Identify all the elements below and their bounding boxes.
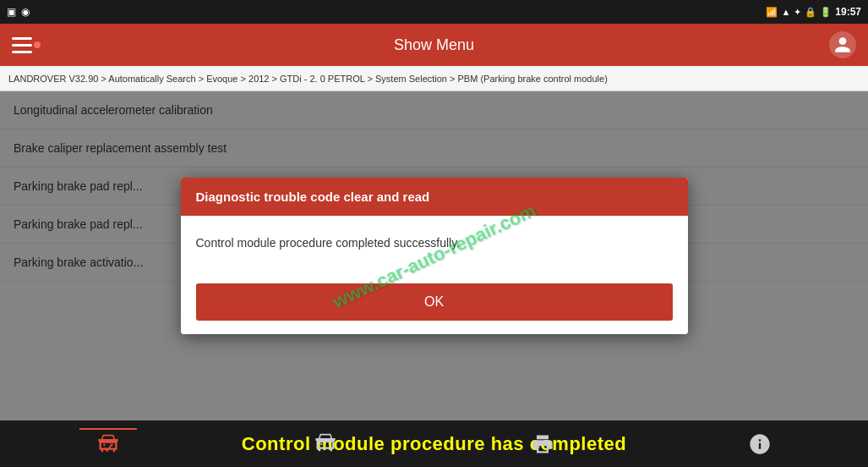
- app-icon: ◉: [21, 6, 30, 18]
- clock: 19:57: [835, 6, 861, 18]
- user-avatar-button[interactable]: [829, 31, 856, 58]
- signal-icon: 📶: [766, 7, 778, 18]
- modal-overlay: Diagnostic trouble code clear and read C…: [0, 91, 868, 420]
- battery-icon: 🔋: [820, 7, 832, 18]
- bluetooth-icon: ✦: [794, 7, 801, 18]
- breadcrumb: LANDROVER V32.90 > Automatically Search …: [0, 66, 868, 91]
- ok-button[interactable]: OK: [196, 283, 673, 321]
- dialog-header: Diagnostic trouble code clear and read: [181, 178, 688, 216]
- breadcrumb-text: LANDROVER V32.90 > Automatically Search …: [8, 74, 608, 84]
- dialog: Diagnostic trouble code clear and read C…: [181, 178, 688, 334]
- status-bar: ▣ ◉ 📶 ▲ ✦ 🔒 🔋 19:57: [0, 0, 868, 24]
- nav-car2-button[interactable]: [297, 429, 354, 459]
- dialog-title: Diagnostic trouble code clear and read: [196, 190, 430, 204]
- dialog-footer: OK: [181, 275, 688, 334]
- nav-printer-button[interactable]: [514, 429, 571, 459]
- window-icon: ▣: [7, 6, 16, 18]
- bottom-nav: Control module procedure has completed: [0, 420, 868, 467]
- status-right-icons: 📶 ▲ ✦ 🔒 🔋 19:57: [766, 6, 861, 18]
- status-left-icons: ▣ ◉: [7, 6, 30, 18]
- nav-info-button[interactable]: [731, 429, 789, 459]
- notification-dot: [34, 41, 41, 48]
- page-title: Show Menu: [394, 36, 474, 54]
- nav-car-button[interactable]: [79, 428, 137, 460]
- lock-icon: 🔒: [805, 7, 816, 18]
- hamburger-menu-button[interactable]: [12, 37, 32, 53]
- wifi-icon: ▲: [781, 7, 790, 17]
- top-bar: Show Menu: [0, 24, 868, 66]
- dialog-body: Control module procedure completed succe…: [181, 216, 688, 275]
- main-content: Longitudinal accelerometer calibration B…: [0, 91, 868, 420]
- caption-bar: Control module procedure has completed: [0, 420, 868, 467]
- dialog-message: Control module procedure completed succe…: [196, 236, 461, 250]
